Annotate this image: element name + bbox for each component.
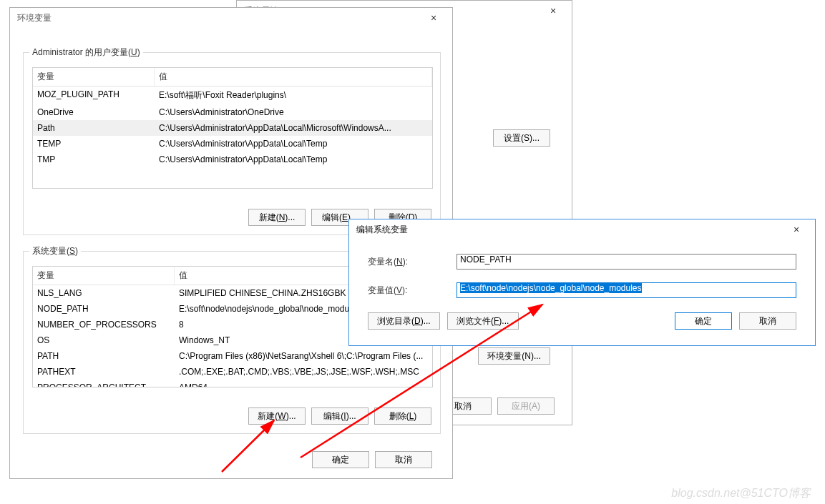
user-vars-table[interactable]: 变量 值 MOZ_PLUGIN_PATHE:\soft\福听\Foxit Rea… [32,67,433,189]
sys-delete-button[interactable]: 删除(L) [374,407,431,425]
env-titlebar: 环境变量 × [10,8,452,28]
system-vars-group-label: 系统变量(S) [29,245,81,257]
watermark: blog.csdn.net@51CTO博客 [671,486,811,501]
env-vars-n-button[interactable]: 环境变量(N)... [478,347,550,365]
sys-new-button[interactable]: 新建(W)... [248,407,306,425]
env-title: 环境变量 [17,12,52,24]
table-header: 变量 值 [33,68,432,87]
table-row[interactable]: PATHEXT.COM;.EXE;.BAT;.CMD;.VBS;.VBE;.JS… [33,364,432,380]
edit-cancel-button[interactable]: 取消 [739,312,796,330]
table-row[interactable]: TEMPC:\Users\Administrator\AppData\Local… [33,136,432,152]
user-new-button[interactable]: 新建(N)... [248,209,306,226]
edit-system-variable-dialog: 编辑系统变量 × 变量名(N): NODE_PATH 变量值(V): E:\so… [348,219,816,346]
edit-ok-button[interactable]: 确定 [675,312,732,330]
edit-title: 编辑系统变量 [356,224,408,236]
env-ok-button[interactable]: 确定 [312,451,369,468]
edit-titlebar: 编辑系统变量 × [349,219,815,239]
browse-file-button[interactable]: 浏览文件(F)... [447,312,519,330]
table-row[interactable]: OneDriveC:\Users\Administrator\OneDrive [33,104,432,120]
settings-s-button[interactable]: 设置(S)... [493,129,550,147]
user-vars-group-label: Administrator 的用户变量(U) [29,46,143,59]
variable-value-label: 变量值(V): [368,285,428,297]
sys-apply-button: 应用(A) [497,397,555,415]
browse-dir-button[interactable]: 浏览目录(D)... [368,312,440,330]
col-val[interactable]: 值 [155,68,432,86]
sys-edit-button[interactable]: 编辑(I)... [311,407,368,425]
table-row[interactable]: PROCESSOR_ARCHITECT...AMD64 [33,380,432,387]
close-icon[interactable]: × [419,12,448,24]
variable-value-input[interactable]: E:\soft\node\nodejs\node_global\node_mod… [457,282,796,298]
user-vars-groupbox: Administrator 的用户变量(U) 变量 值 MOZ_PLUGIN_P… [23,52,441,235]
table-row[interactable]: PATHC:\Program Files (x86)\NetSarang\Xsh… [33,348,432,364]
table-row[interactable]: PathC:\Users\Administrator\AppData\Local… [33,120,432,136]
table-row[interactable]: TMPC:\Users\Administrator\AppData\Local\… [33,152,432,167]
close-icon[interactable]: × [539,5,567,16]
variable-name-input[interactable]: NODE_PATH [457,254,796,270]
variable-name-row: 变量名(N): NODE_PATH [368,254,796,270]
col-var[interactable]: 变量 [33,68,155,86]
variable-value-row: 变量值(V): E:\soft\node\nodejs\node_global\… [368,282,796,298]
env-cancel-button[interactable]: 取消 [375,451,432,468]
variable-name-label: 变量名(N): [368,256,428,268]
col-var[interactable]: 变量 [33,267,175,285]
close-icon[interactable]: × [782,224,811,235]
table-row[interactable]: MOZ_PLUGIN_PATHE:\soft\福听\Foxit Reader\p… [33,87,432,104]
